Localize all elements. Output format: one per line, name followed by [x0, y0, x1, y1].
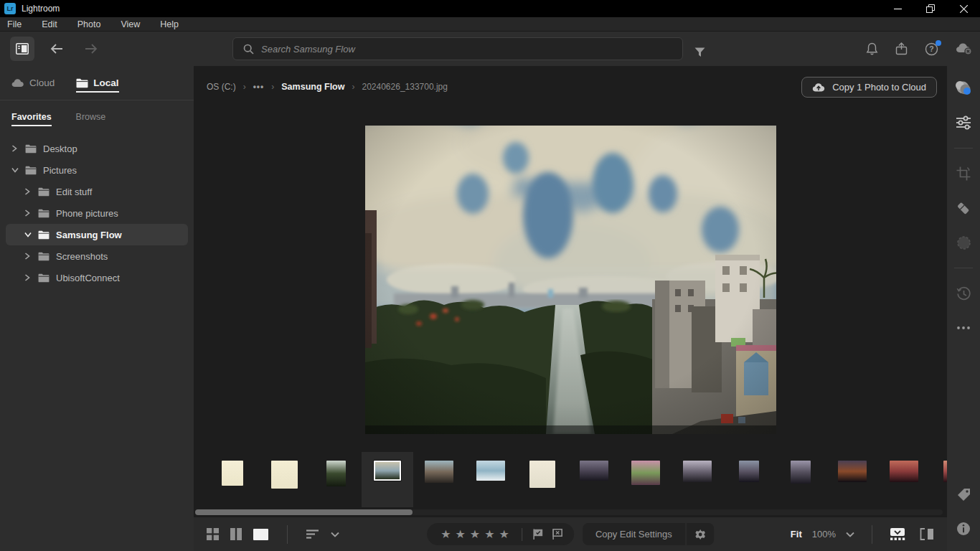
tree-item-label: Samsung Flow	[56, 230, 122, 240]
tree-item-ubisoftconnect[interactable]: UbisoftConnect	[0, 267, 188, 288]
search-input[interactable]	[261, 44, 656, 55]
before-after-view-button[interactable]	[920, 528, 934, 540]
more-options-button[interactable]	[953, 317, 974, 339]
zoom-fit-button[interactable]: Fit	[791, 529, 802, 540]
star-icon[interactable]: ★	[468, 528, 482, 540]
breadcrumb-separator-icon: ›	[243, 82, 246, 92]
filmstrip-thumbnail[interactable]	[517, 452, 568, 507]
cloud-sync-paused-button[interactable]	[956, 42, 973, 55]
search-icon	[243, 44, 254, 55]
star-icon[interactable]: ★	[438, 528, 453, 540]
tree-item-samsung-flow[interactable]: Samsung Flow	[6, 224, 188, 245]
filmstrip-thumbnail[interactable]	[310, 452, 362, 507]
chevron-down-icon[interactable]	[24, 232, 32, 237]
tree-item-edit-stuff[interactable]: Edit stuff	[0, 181, 188, 202]
main-content: OS (C:) › ••• › Samsung Flow › 20240626_…	[194, 66, 947, 551]
toggle-filmstrip-button[interactable]	[890, 528, 905, 540]
share-button[interactable]	[895, 42, 908, 55]
breadcrumb-ellipsis[interactable]: •••	[253, 82, 265, 92]
filmstrip-scrollbar-thumb[interactable]	[195, 509, 413, 515]
filmstrip-thumbnail[interactable]	[826, 452, 878, 507]
tree-item-desktop[interactable]: Desktop	[0, 138, 188, 159]
tab-cloud[interactable]: Cloud	[11, 77, 55, 95]
tab-local[interactable]: Local	[76, 77, 118, 95]
reject-flag-icon[interactable]	[552, 529, 562, 540]
star-icon[interactable]: ★	[497, 528, 512, 540]
filmstrip-thumbnail[interactable]	[413, 452, 465, 507]
filmstrip-thumbnail[interactable]	[258, 452, 310, 507]
rating-flag-pill: ★★★★★	[427, 523, 574, 545]
tab-favorites[interactable]: Favorites	[11, 112, 52, 128]
restore-button[interactable]	[914, 0, 947, 17]
keywords-tag-button[interactable]	[953, 484, 974, 505]
edit-sliders-button[interactable]	[953, 112, 974, 133]
chevron-right-icon[interactable]	[24, 253, 32, 260]
chevron-right-icon[interactable]	[24, 274, 32, 281]
tree-item-screenshots[interactable]: Screenshots	[0, 245, 188, 267]
masking-button[interactable]	[953, 232, 974, 253]
copy-edit-settings-button[interactable]: Copy Edit Settings	[583, 523, 685, 545]
chevron-right-icon[interactable]	[24, 209, 32, 217]
tree-item-label: UbisoftConnect	[56, 273, 120, 283]
filmstrip-thumbnail[interactable]	[207, 452, 258, 507]
filmstrip-thumbnail[interactable]	[672, 452, 723, 507]
filmstrip-scrollbar-track[interactable]	[195, 509, 943, 515]
edit-settings-gear-button[interactable]	[687, 523, 714, 545]
chevron-right-icon[interactable]	[11, 145, 19, 152]
tab-local-label: Local	[93, 77, 118, 88]
folder-icon	[25, 144, 37, 154]
forward-button[interactable]	[79, 37, 103, 61]
healing-brush-button[interactable]	[953, 197, 974, 219]
tree-item-phone-pictures[interactable]: Phone pictures	[0, 202, 188, 224]
photo-preview[interactable]	[365, 126, 776, 434]
tree-item-pictures[interactable]: Pictures	[0, 159, 188, 181]
sort-button[interactable]	[306, 529, 319, 539]
close-button[interactable]	[947, 0, 980, 17]
notifications-button[interactable]	[866, 42, 878, 55]
zoom-chevron-icon[interactable]	[846, 532, 854, 537]
info-button[interactable]	[953, 518, 974, 540]
detail-view-button[interactable]	[253, 529, 268, 540]
star-rating[interactable]: ★★★★★	[438, 527, 512, 541]
search-bar[interactable]	[232, 37, 683, 60]
forward-arrow-icon	[84, 43, 98, 55]
rail-divider	[954, 148, 973, 149]
help-button[interactable]: ?	[925, 42, 938, 56]
menu-edit[interactable]: Edit	[42, 19, 57, 29]
breadcrumb-folder[interactable]: Samsung Flow	[281, 82, 344, 92]
folder-tree: Desktop Pictures Edit stuff Phone pictur…	[0, 132, 194, 288]
square-grid-view-button[interactable]	[230, 528, 242, 540]
filmstrip-thumbnail[interactable]	[930, 452, 947, 507]
filmstrip-thumbnail[interactable]	[568, 452, 620, 507]
star-icon[interactable]: ★	[482, 528, 496, 540]
folder-icon	[76, 78, 88, 88]
sort-chevron-icon[interactable]	[331, 532, 339, 537]
cloud-storage-button[interactable]	[953, 77, 974, 99]
versions-history-button[interactable]	[953, 283, 974, 304]
filmstrip-thumbnail[interactable]	[775, 452, 826, 507]
menu-view[interactable]: View	[121, 19, 140, 29]
menu-photo[interactable]: Photo	[77, 19, 101, 29]
pick-flag-icon[interactable]	[532, 529, 543, 540]
filmstrip-thumbnail[interactable]	[878, 452, 930, 507]
filter-button[interactable]	[687, 40, 712, 65]
zoom-level-value[interactable]: 100%	[812, 529, 836, 540]
folder-icon	[25, 166, 37, 175]
filmstrip-thumbnail[interactable]	[620, 452, 672, 507]
filmstrip-thumbnail[interactable]	[362, 452, 413, 507]
star-icon[interactable]: ★	[453, 528, 468, 540]
filmstrip-thumbnail[interactable]	[465, 452, 517, 507]
chevron-down-icon[interactable]	[11, 167, 19, 173]
minimize-button[interactable]	[881, 0, 914, 17]
filmstrip-thumbnail[interactable]	[723, 452, 775, 507]
back-button[interactable]	[44, 37, 69, 61]
grid-view-button[interactable]	[207, 528, 219, 540]
menu-file[interactable]: File	[7, 19, 22, 29]
chevron-right-icon[interactable]	[24, 188, 32, 195]
copy-to-cloud-button[interactable]: Copy 1 Photo to Cloud	[801, 77, 937, 98]
menu-help[interactable]: Help	[160, 19, 179, 29]
tab-browse[interactable]: Browse	[76, 112, 106, 128]
crop-button[interactable]	[953, 163, 974, 184]
toggle-sidebar-button[interactable]	[10, 37, 34, 61]
breadcrumb-drive[interactable]: OS (C:)	[207, 82, 236, 92]
